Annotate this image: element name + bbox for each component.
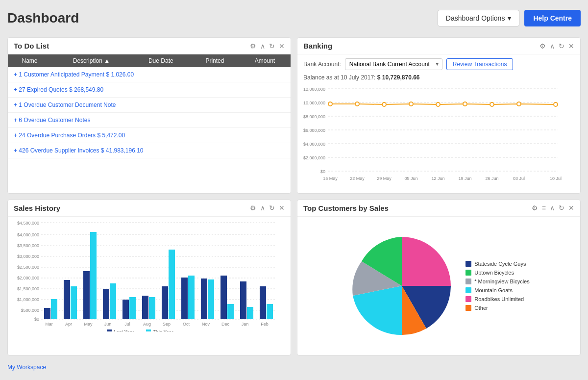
refresh-icon[interactable]: ↻ <box>269 42 275 50</box>
gear-icon[interactable]: ⚙ <box>539 42 546 50</box>
pie-legend: Stateside Cycle Guys Uptown Bicycles * M… <box>466 261 529 311</box>
svg-text:Nov: Nov <box>202 322 210 327</box>
svg-rect-74 <box>260 286 266 319</box>
close-icon[interactable]: ✕ <box>279 42 285 50</box>
svg-text:$4,000,000: $4,000,000 <box>303 142 325 147</box>
svg-text:$6,000,000: $6,000,000 <box>303 128 325 133</box>
refresh-icon[interactable]: ↻ <box>269 204 275 212</box>
bank-select-wrapper: National Bank Current Account <box>345 58 442 70</box>
svg-text:$4,500,000: $4,500,000 <box>17 221 39 226</box>
svg-text:10 Jul: 10 Jul <box>550 176 562 181</box>
svg-rect-61 <box>129 297 136 319</box>
list-item[interactable]: + 6 Overdue Customer Notes <box>8 113 291 128</box>
svg-text:$3,500,000: $3,500,000 <box>17 243 39 248</box>
svg-text:15 May: 15 May <box>323 176 338 181</box>
svg-text:May: May <box>84 322 93 327</box>
banking-widget-controls: ⚙ ∧ ↻ ✕ <box>539 42 574 50</box>
todo-widget: To Do List ⚙ ∧ ↻ ✕ Name Description ▲ Du… <box>7 37 291 194</box>
gear-icon[interactable]: ⚙ <box>250 204 256 212</box>
todo-widget-header: To Do List ⚙ ∧ ↻ ✕ <box>8 38 291 54</box>
legend-label-stateside: Stateside Cycle Guys <box>474 261 526 267</box>
legend-item-mountain: Mountain Goats <box>466 287 529 293</box>
legend-label-roadbikes: Roadbikes Unlimited <box>474 296 524 302</box>
svg-text:$1,500,000: $1,500,000 <box>17 286 39 291</box>
svg-text:Feb: Feb <box>261 322 269 327</box>
collapse-icon[interactable]: ∧ <box>260 204 265 212</box>
svg-text:Aug: Aug <box>143 322 151 327</box>
svg-text:$3,000,000: $3,000,000 <box>17 254 39 259</box>
list-item[interactable]: + 426 Overdue Supplier Invoices $ 41,983… <box>8 143 291 158</box>
customers-widget-controls: ⚙ ≡ ∧ ↻ ✕ <box>532 204 574 212</box>
svg-rect-57 <box>90 232 97 319</box>
close-icon[interactable]: ✕ <box>568 204 574 212</box>
legend-item-roadbikes: Roadbikes Unlimited <box>466 296 529 302</box>
svg-point-17 <box>409 102 413 106</box>
svg-text:$0: $0 <box>34 317 39 322</box>
list-icon[interactable]: ≡ <box>542 204 546 212</box>
svg-rect-52 <box>44 308 50 319</box>
svg-point-21 <box>517 102 521 106</box>
svg-point-19 <box>463 102 467 106</box>
footer: My Workspace <box>7 361 581 373</box>
svg-text:29 May: 29 May <box>377 176 392 181</box>
svg-rect-90 <box>146 329 151 331</box>
svg-point-15 <box>355 102 359 106</box>
header-buttons: Dashboard Options ▾ Help Centre <box>438 10 581 26</box>
banking-chart: $12,000,000 $10,000,000 $8,000,000 $6,00… <box>297 84 580 187</box>
help-centre-button[interactable]: Help Centre <box>524 10 581 26</box>
header: Dashboard Dashboard Options ▾ Help Centr… <box>7 7 581 31</box>
list-item[interactable]: + 27 Expired Quotes $ 268,549.80 <box>8 82 291 98</box>
customers-widget-header: Top Customers by Sales ⚙ ≡ ∧ ↻ ✕ <box>297 200 580 217</box>
todo-widget-controls: ⚙ ∧ ↻ ✕ <box>250 42 285 50</box>
svg-text:$0: $0 <box>320 169 325 174</box>
svg-text:$2,000,000: $2,000,000 <box>17 276 39 280</box>
svg-rect-56 <box>83 271 90 319</box>
svg-rect-54 <box>64 280 70 319</box>
gear-icon[interactable]: ⚙ <box>250 42 256 50</box>
review-transactions-button[interactable]: Review Transactions <box>446 58 514 70</box>
widget-grid: To Do List ⚙ ∧ ↻ ✕ Name Description ▲ Du… <box>7 37 581 355</box>
todo-list: + 1 Customer Anticipated Payment $ 1,026… <box>8 67 291 185</box>
svg-text:$10,000,000: $10,000,000 <box>303 101 325 105</box>
refresh-icon[interactable]: ↻ <box>559 204 564 212</box>
my-workspace-link[interactable]: My Workspace <box>7 364 46 371</box>
list-item[interactable]: + 1 Customer Anticipated Payment $ 1,026… <box>8 67 291 82</box>
bank-account-select[interactable]: National Bank Current Account <box>345 58 442 70</box>
list-item[interactable]: + 24 Overdue Purchase Orders $ 5,472.00 <box>8 128 291 143</box>
todo-widget-title: To Do List <box>14 42 49 50</box>
pie-chart-area: Stateside Cycle Guys Uptown Bicycles * M… <box>297 228 580 344</box>
list-item[interactable]: + 1 Overdue Customer Document Note <box>8 98 291 113</box>
gear-icon[interactable]: ⚙ <box>532 204 538 212</box>
svg-point-16 <box>382 102 386 106</box>
col-due-date: Due Date <box>131 54 191 67</box>
legend-label-morningview: * Morningview Bicycles <box>474 279 529 284</box>
collapse-icon[interactable]: ∧ <box>550 204 555 212</box>
dashboard-options-button[interactable]: Dashboard Options ▾ <box>438 10 520 26</box>
legend-color-morningview <box>466 279 471 284</box>
svg-rect-75 <box>267 304 273 319</box>
bank-account-label: Bank Account: <box>303 61 341 68</box>
svg-text:Sep: Sep <box>163 322 171 327</box>
banking-widget-header: Banking ⚙ ∧ ↻ ✕ <box>297 38 580 54</box>
collapse-icon[interactable]: ∧ <box>550 42 555 50</box>
todo-table: Name Description ▲ Due Date Printed Amou… <box>8 54 291 67</box>
collapse-icon[interactable]: ∧ <box>260 42 265 50</box>
svg-rect-55 <box>71 286 77 319</box>
svg-rect-68 <box>201 279 207 319</box>
close-icon[interactable]: ✕ <box>568 42 574 50</box>
svg-text:Jun: Jun <box>104 322 112 327</box>
legend-item-other: Other <box>466 305 529 311</box>
close-icon[interactable]: ✕ <box>279 204 285 212</box>
svg-rect-70 <box>220 276 227 319</box>
refresh-icon[interactable]: ↻ <box>559 42 564 50</box>
svg-text:Oct: Oct <box>183 322 190 327</box>
legend-color-other <box>466 305 471 311</box>
banking-info: Bank Account: National Bank Current Acco… <box>297 54 580 74</box>
balance-amount: $ 10,729,870.66 <box>377 74 420 81</box>
legend-color-roadbikes <box>466 296 471 302</box>
svg-text:$1,000,000: $1,000,000 <box>17 297 39 302</box>
sales-chart: $4,500,000 $4,000,000 $3,500,000 $3,000,… <box>8 217 291 355</box>
col-name: Name <box>8 54 51 67</box>
col-amount: Amount <box>239 54 291 67</box>
svg-text:03 Jul: 03 Jul <box>513 176 525 181</box>
